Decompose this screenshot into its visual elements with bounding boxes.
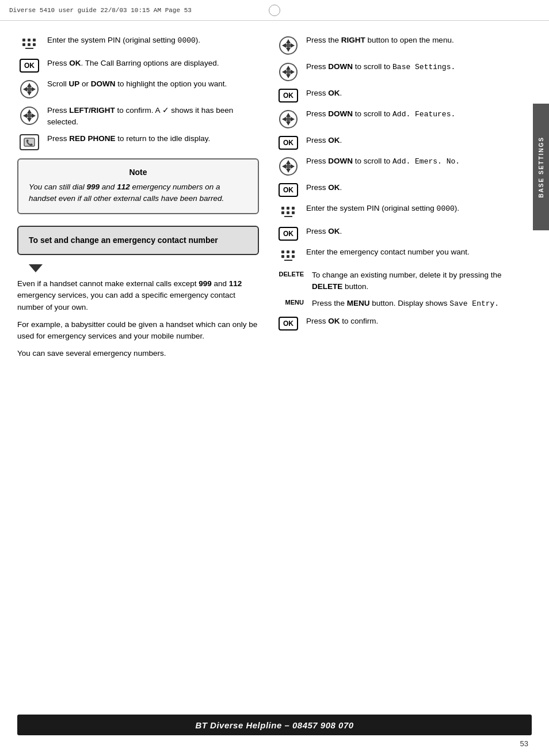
header-bar: Diverse 5410 user guide 22/8/03 10:15 AM…: [0, 0, 549, 21]
keypad-icon-r2: [276, 246, 300, 264]
svg-marker-29: [282, 117, 286, 121]
right-step-enter-emerg: Enter the emergency contact number you w…: [276, 246, 528, 264]
right-step-base-settings-text: Press DOWN to scroll to Base Settings.: [306, 61, 528, 73]
svg-marker-8: [27, 118, 32, 122]
nav-icon-1: [17, 78, 41, 99]
menu-label: MENU: [276, 298, 306, 306]
step-enter-pin: Enter the system PIN (original setting 0…: [17, 35, 259, 52]
right-step-delete: DELETE To change an existing number, del…: [276, 269, 528, 292]
svg-marker-9: [23, 113, 27, 118]
svg-marker-7: [27, 109, 32, 113]
svg-marker-34: [286, 169, 291, 173]
right-step-add-features-text: Press DOWN to scroll to Add. Features.: [306, 108, 528, 120]
emergency-box-title: To set and change an emergency contact n…: [29, 235, 247, 246]
ok-badge-r1: OK: [276, 88, 300, 102]
ok-badge-1: OK: [17, 58, 41, 73]
em-para-2: For example, a babysitter could be given…: [17, 319, 259, 343]
svg-marker-24: [291, 70, 295, 74]
header-text: Diverse 5410 user guide 22/8/03 10:15 AM…: [9, 7, 192, 14]
note-text: You can still dial 999 and 112 emergency…: [29, 181, 247, 205]
right-step-menu-text: Press the MENU button. Display shows Sav…: [312, 298, 528, 310]
svg-point-31: [286, 117, 291, 121]
right-step-ok-confirm-text: Press OK to confirm.: [306, 316, 528, 327]
em-para-1: Even if a handset cannot make external c…: [17, 278, 259, 313]
right-step-press-right-text: Press the RIGHT button to open the menu.: [306, 35, 528, 46]
svg-marker-18: [291, 43, 295, 48]
svg-marker-1: [27, 83, 32, 87]
ok-badge-r2: OK: [276, 135, 300, 150]
right-step-add-emers: Press DOWN to scroll to Add. Emers. No.: [276, 155, 528, 176]
svg-marker-3: [23, 87, 27, 92]
svg-point-19: [286, 43, 291, 48]
footer-bar: BT Diverse Helpline – 08457 908 070: [17, 715, 532, 735]
em-para-3: You can save several emergency numbers.: [17, 348, 259, 359]
step-left-right: Press LEFT/RIGHT to confirm. A ✓ shows i…: [17, 105, 259, 127]
emergency-section: To set and change an emergency contact n…: [17, 226, 259, 360]
main-content: Enter the system PIN (original setting 0…: [17, 35, 528, 710]
keypad-icon-r1: [276, 203, 300, 220]
right-step-add-features: Press DOWN to scroll to Add. Features.: [276, 108, 528, 129]
footer-text: BT Diverse Helpline – 08457 908 070: [195, 720, 353, 730]
phone-icon: 📞: [17, 133, 41, 150]
svg-marker-30: [291, 117, 295, 121]
keypad-icon-1: [17, 35, 41, 52]
step-left-right-text: Press LEFT/RIGHT to confirm. A ✓ shows i…: [47, 105, 259, 127]
svg-point-25: [286, 70, 291, 74]
ok-badge-r4: OK: [276, 226, 300, 241]
right-step-ok-confirm: OK Press OK to confirm.: [276, 316, 528, 330]
svg-point-11: [27, 113, 32, 118]
svg-marker-2: [27, 92, 32, 96]
right-column: Press the RIGHT button to open the menu.: [270, 35, 528, 710]
step-red-phone: 📞 Press RED PHONE to return to the idle …: [17, 133, 259, 150]
svg-marker-23: [282, 70, 286, 74]
ok-badge-r5: OK: [276, 316, 300, 330]
svg-text:📞: 📞: [26, 139, 33, 146]
step-red-phone-text: Press RED PHONE to return to the idle di…: [47, 133, 259, 145]
nav-icon-r3: [276, 108, 300, 129]
right-step-add-emers-text: Press DOWN to scroll to Add. Emers. No.: [306, 155, 528, 168]
svg-marker-21: [286, 66, 291, 70]
side-label-panel: BASE SETTINGS: [533, 104, 549, 230]
right-step-ok-3-text: Press OK.: [306, 182, 528, 193]
right-step-ok-2: OK Press OK.: [276, 135, 528, 150]
svg-point-5: [27, 87, 32, 92]
right-step-ok-1-text: Press OK.: [306, 88, 528, 99]
ok-badge-r3: OK: [276, 182, 300, 197]
svg-marker-35: [282, 164, 286, 169]
note-title: Note: [29, 168, 247, 177]
right-step-base-settings: Press DOWN to scroll to Base Settings.: [276, 61, 528, 82]
step-press-ok-1: OK Press OK. The Call Barring options ar…: [17, 58, 259, 73]
svg-marker-28: [286, 121, 291, 126]
svg-marker-17: [282, 43, 286, 48]
emergency-box-pointer: [29, 264, 43, 272]
delete-label: DELETE: [276, 269, 306, 278]
emergency-box-body: Even if a handset cannot make external c…: [17, 272, 259, 360]
nav-icon-r1: [276, 35, 300, 55]
step-scroll-updown-text: Scroll UP or DOWN to highlight the optio…: [47, 78, 259, 90]
svg-marker-27: [286, 113, 291, 117]
svg-marker-22: [286, 74, 291, 78]
nav-icon-r4: [276, 155, 300, 176]
right-step-press-right: Press the RIGHT button to open the menu.: [276, 35, 528, 55]
page-number: 53: [520, 739, 528, 748]
svg-marker-36: [291, 164, 295, 169]
svg-marker-10: [32, 113, 36, 118]
svg-marker-33: [286, 160, 291, 164]
right-step-enter-pin: Enter the system PIN (original setting 0…: [276, 203, 528, 220]
svg-marker-15: [286, 39, 291, 43]
svg-marker-16: [286, 48, 291, 52]
header-circle-decoration: [269, 5, 280, 16]
right-step-enter-emerg-text: Enter the emergency contact number you w…: [306, 246, 528, 258]
nav-icon-2: [17, 105, 41, 126]
emergency-box: To set and change an emergency contact n…: [17, 226, 259, 256]
step-enter-pin-text: Enter the system PIN (original setting 0…: [47, 35, 259, 47]
right-step-ok-4-text: Press OK.: [306, 226, 528, 237]
step-press-ok-1-text: Press OK. The Call Barring options are d…: [47, 58, 259, 69]
right-step-ok-3: OK Press OK.: [276, 182, 528, 197]
right-step-ok-4: OK Press OK.: [276, 226, 528, 241]
left-column: Enter the system PIN (original setting 0…: [17, 35, 270, 710]
right-step-ok-1: OK Press OK.: [276, 88, 528, 102]
right-step-ok-2-text: Press OK.: [306, 135, 528, 146]
svg-point-37: [286, 164, 291, 169]
right-step-enter-pin-text: Enter the system PIN (original setting 0…: [306, 203, 528, 215]
